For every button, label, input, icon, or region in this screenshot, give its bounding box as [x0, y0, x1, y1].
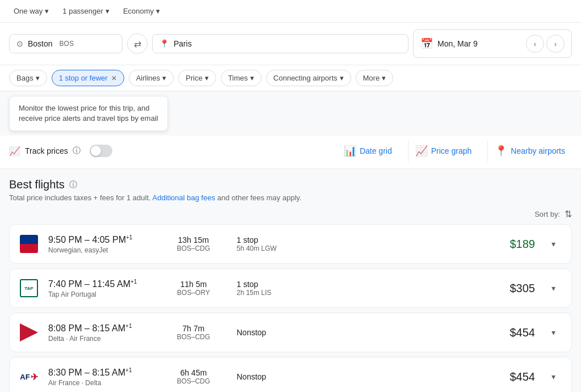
main-content: Best flights ⓘ Total price includes taxe…: [0, 169, 581, 392]
subtitle-text: Total price includes taxes + fees for 1 …: [9, 193, 151, 202]
flight-row[interactable]: 9:50 PM – 4:05 PM+1 Norwegian, easyJet 1…: [10, 225, 571, 263]
flight-stops: 1 stop 5h 40m LGW: [237, 235, 305, 252]
sort-icon[interactable]: ⇅: [565, 209, 572, 220]
flight-duration: 7h 7m BOS–CDG: [159, 324, 228, 341]
flight-time-range: 8:30 PM – 8:15 AM+1: [48, 367, 150, 378]
airline-logo-container: [19, 234, 39, 254]
duration-text: 6h 45m: [159, 368, 228, 377]
day-offset: +1: [126, 234, 132, 241]
flight-row[interactable]: AF✈ 8:30 PM – 8:15 AM+1 Air France · Del…: [10, 357, 571, 392]
more-filters-button[interactable]: More ▾: [356, 70, 394, 86]
sort-row: Sort by: ⇅: [9, 209, 572, 220]
track-prices-label: Track prices: [25, 146, 68, 155]
stops-text: 1 stop: [237, 235, 305, 245]
price-value: $454: [510, 370, 536, 383]
next-date-button[interactable]: ›: [546, 35, 565, 53]
origin-code: BOS: [60, 40, 74, 48]
flight-time-range: 8:08 PM – 8:15 AM+1: [48, 323, 150, 334]
flight-airline: Delta · Air France: [48, 335, 150, 343]
price-value: $454: [510, 326, 536, 339]
times-filter-button[interactable]: Times ▾: [221, 70, 262, 86]
day-offset: +1: [125, 367, 132, 373]
flight-stops: 1 stop 2h 15m LIS: [237, 280, 305, 297]
price-graph-button[interactable]: 📈 Price graph: [408, 140, 479, 162]
flight-row[interactable]: TAP 7:40 PM – 11:45 AM+1 Tap Air Portuga…: [10, 269, 571, 307]
expand-flight-button[interactable]: ▾: [544, 235, 562, 253]
flights-list: 9:50 PM – 4:05 PM+1 Norwegian, easyJet 1…: [9, 224, 572, 392]
price-value: $305: [510, 282, 536, 295]
location-icon: ⊙: [16, 39, 23, 48]
airlines-filter-button[interactable]: Airlines ▾: [129, 70, 174, 86]
flight-card: AF✈ 8:30 PM – 8:15 AM+1 Air France · Del…: [9, 357, 572, 392]
track-right: 📊 Date grid 📈 Price graph 📍 Nearby airpo…: [337, 140, 572, 162]
connecting-airports-label: Connecting airports: [273, 74, 338, 82]
more-label: More: [363, 74, 380, 82]
flight-card: 8:08 PM – 8:15 AM+1 Delta · Air France 7…: [9, 313, 572, 352]
airline-logo-container: TAP: [19, 278, 39, 298]
trip-type-label: One way: [14, 7, 43, 15]
flight-times: 8:08 PM – 8:15 AM+1 Delta · Air France: [48, 323, 150, 343]
nearby-airports-button[interactable]: 📍 Nearby airports: [487, 140, 572, 162]
flight-duration: 11h 5m BOS–ORY: [159, 280, 228, 297]
airlines-label: Airlines: [136, 74, 161, 82]
flight-card: 9:50 PM – 4:05 PM+1 Norwegian, easyJet 1…: [9, 224, 572, 264]
nearby-airports-icon: 📍: [495, 145, 507, 157]
stop-filter-button[interactable]: 1 stop or fewer ✕: [52, 70, 124, 86]
top-bar: One way ▾ 1 passenger ▾ Economy ▾: [0, 0, 581, 23]
expand-flight-button[interactable]: ▾: [544, 279, 562, 297]
date-field[interactable]: 📅 Mon, Mar 9 ‹ ›: [413, 29, 572, 58]
best-flights-header: Best flights ⓘ: [9, 178, 572, 191]
duration-route: BOS–CDG: [159, 377, 228, 385]
origin-field[interactable]: ⊙ Boston BOS: [9, 34, 123, 53]
chevron-down-icon: ▾: [106, 7, 110, 15]
airline-logo-container: AF✈: [19, 366, 39, 387]
stop-detail: 5h 40m LGW: [237, 245, 305, 252]
destination-pin-icon: 📍: [159, 39, 169, 48]
airline-logo: [20, 323, 38, 342]
day-offset: +1: [130, 279, 137, 285]
chevron-down-icon: ▾: [205, 74, 209, 82]
bags-filter-button[interactable]: Bags ▾: [9, 70, 47, 86]
duration-route: BOS–ORY: [159, 289, 228, 297]
flight-price: $305: [510, 282, 536, 295]
flight-duration: 13h 15m BOS–CDG: [159, 235, 228, 252]
flight-airline: Norwegian, easyJet: [48, 246, 150, 254]
remove-filter-icon[interactable]: ✕: [111, 74, 117, 82]
info-icon[interactable]: ⓘ: [73, 146, 81, 156]
date-grid-button[interactable]: 📊 Date grid: [337, 140, 399, 162]
best-flights-title: Best flights: [9, 178, 65, 191]
chevron-down-icon: ▾: [36, 74, 40, 82]
best-flights-info-icon[interactable]: ⓘ: [69, 180, 77, 190]
destination-field[interactable]: 📍 Paris: [152, 34, 409, 53]
stop-filter-label: 1 stop or fewer: [59, 74, 108, 82]
chevron-down-icon: ▾: [156, 7, 160, 15]
chevron-down-icon: ▾: [250, 74, 254, 82]
filter-bar: Bags ▾ 1 stop or fewer ✕ Airlines ▾ Pric…: [0, 65, 581, 91]
sort-label: Sort by:: [534, 210, 560, 218]
expand-flight-button[interactable]: ▾: [544, 323, 562, 342]
times-label: Times: [228, 74, 248, 82]
track-prices-row: 📈 Track prices ⓘ 📊 Date grid 📈 Price gra…: [0, 136, 581, 169]
nearby-airports-label: Nearby airports: [511, 146, 565, 155]
passengers-button[interactable]: 1 passenger ▾: [58, 5, 114, 18]
chevron-down-icon: ▾: [340, 74, 344, 82]
duration-text: 13h 15m: [159, 235, 228, 245]
connecting-airports-button[interactable]: Connecting airports ▾: [266, 70, 351, 86]
track-prices-toggle[interactable]: [90, 145, 112, 157]
tooltip-text: Monitor the lowest price for this trip, …: [19, 104, 158, 123]
flight-stops: Nonstop: [237, 372, 305, 381]
flight-stops: Nonstop: [237, 328, 305, 337]
trip-type-button[interactable]: One way ▾: [9, 5, 53, 18]
flight-row[interactable]: 8:08 PM – 8:15 AM+1 Delta · Air France 7…: [10, 313, 571, 352]
additional-bag-fees-link[interactable]: Additional bag fees: [153, 193, 216, 202]
expand-flight-button[interactable]: ▾: [544, 368, 562, 386]
chevron-down-icon: ▾: [45, 7, 49, 15]
prev-date-button[interactable]: ‹: [526, 35, 544, 53]
flight-times: 8:30 PM – 8:15 AM+1 Air France · Delta: [48, 367, 150, 387]
class-button[interactable]: Economy ▾: [119, 5, 165, 18]
price-filter-button[interactable]: Price ▾: [178, 70, 216, 86]
duration-text: 11h 5m: [159, 280, 228, 289]
price-graph-label: Price graph: [431, 146, 472, 155]
airline-logo: TAP: [20, 279, 38, 297]
swap-button[interactable]: ⇄: [127, 33, 148, 54]
